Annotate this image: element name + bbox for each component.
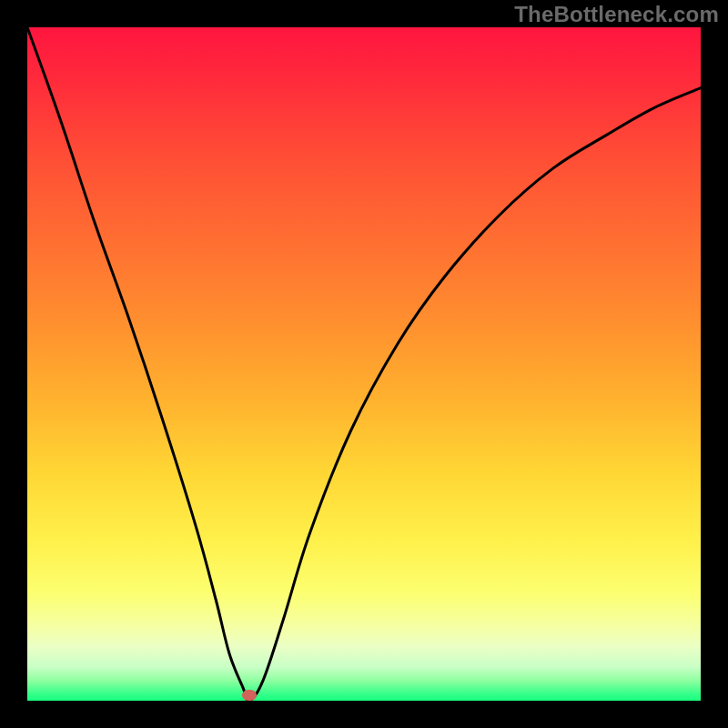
plot-area bbox=[27, 27, 701, 701]
bottleneck-curve bbox=[27, 27, 701, 701]
watermark-text: TheBottleneck.com bbox=[514, 2, 719, 27]
curve-path bbox=[27, 27, 701, 701]
chart-frame: TheBottleneck.com bbox=[0, 0, 728, 728]
optimum-marker bbox=[242, 690, 257, 701]
